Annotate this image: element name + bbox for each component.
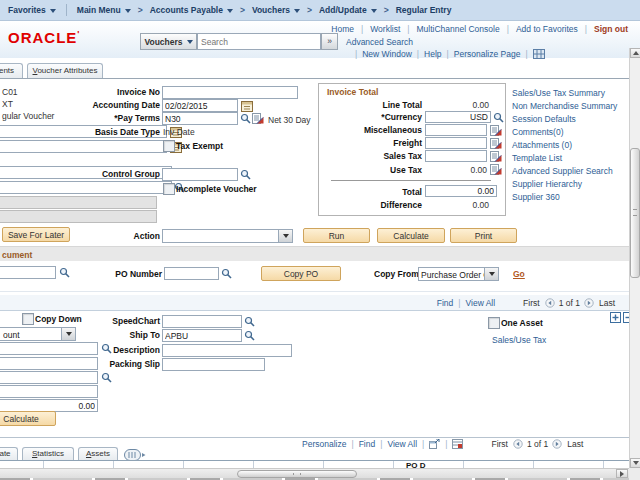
calculate-button[interactable]: Calculate — [377, 228, 445, 243]
grid-download-icon[interactable] — [452, 439, 463, 449]
vertical-scrollbar[interactable] — [629, 48, 640, 468]
lines-first-label[interactable]: First — [523, 298, 540, 308]
one-asset-checkbox[interactable] — [488, 317, 500, 329]
pay-terms-input[interactable] — [162, 112, 238, 125]
vertical-scrollbar-thumb[interactable] — [630, 148, 640, 278]
speedchart-input[interactable] — [162, 315, 242, 328]
pay-terms-detail-icon[interactable] — [252, 113, 264, 124]
lines-find-link[interactable]: Find — [437, 298, 454, 308]
copy-from-dropdown[interactable]: Purchase Order Or — [418, 267, 499, 281]
non-merchandise-summary-link[interactable]: Non Merchandise Summary — [512, 101, 617, 111]
search-scope-dropdown[interactable]: Vouchers — [140, 33, 197, 50]
grid-zoom-icon[interactable] — [429, 439, 440, 449]
search-input[interactable] — [197, 33, 321, 50]
add-row-button[interactable] — [610, 312, 621, 323]
supplier-360-link[interactable]: Supplier 360 — [512, 192, 560, 202]
supplier-hierarchy-link[interactable]: Supplier Hierarchy — [512, 179, 582, 189]
breadcrumb-add-update[interactable]: Add/Update — [319, 5, 377, 15]
breadcrumb-regular-entry[interactable]: Regular Entry — [396, 5, 452, 15]
grid-find-link[interactable]: Find — [359, 439, 376, 449]
grid-tab-assets[interactable]: Assets — [78, 447, 118, 460]
attachments-link[interactable]: Attachments (0) — [512, 140, 572, 150]
incomplete-voucher-checkbox[interactable] — [163, 183, 175, 195]
dropdown-arrow-icon[interactable] — [61, 328, 75, 340]
total-input[interactable] — [425, 185, 497, 197]
breadcrumb-main-menu[interactable]: Main Menu — [77, 5, 131, 15]
multichannel-console-link[interactable]: MultiChannel Console — [417, 24, 500, 34]
dropdown-arrow-icon[interactable] — [484, 268, 498, 280]
ship-to-input[interactable] — [162, 329, 242, 342]
horizontal-scrollbar-thumb[interactable] — [237, 470, 357, 478]
accounting-date-input[interactable] — [162, 99, 238, 112]
breadcrumb-vouchers[interactable]: Vouchers — [252, 5, 300, 15]
copy-down-checkbox[interactable] — [22, 313, 34, 325]
invoice-no-input[interactable] — [162, 86, 298, 99]
freight-detail-icon[interactable] — [490, 138, 502, 149]
personalize-page-link[interactable]: Personalize Page — [454, 49, 521, 59]
personalize-layout-icon[interactable] — [533, 49, 545, 59]
freight-input[interactable] — [425, 137, 487, 149]
grid-tab-statistics[interactable]: Statistics — [22, 447, 74, 460]
lookup-icon[interactable] — [101, 372, 112, 383]
grid-personalize-link[interactable]: Personalize — [302, 439, 346, 449]
lookup-icon[interactable] — [493, 112, 504, 123]
line-calculate-button[interactable]: Calculate — [0, 411, 56, 426]
horizontal-scrollbar[interactable] — [0, 468, 629, 478]
grid-view-all-link[interactable]: View All — [387, 439, 417, 449]
lookup-icon[interactable] — [244, 330, 255, 341]
advanced-supplier-search-link[interactable]: Advanced Supplier Search — [512, 166, 613, 176]
help-link[interactable]: Help — [424, 49, 441, 59]
miscellaneous-input[interactable] — [425, 124, 487, 136]
next-row-icon[interactable] — [584, 298, 594, 308]
comments-link[interactable]: Comments(0) — [512, 127, 563, 137]
search-go-button[interactable]: » — [321, 33, 338, 50]
action-dropdown[interactable] — [162, 229, 293, 243]
print-button[interactable]: Print — [450, 228, 517, 243]
scroll-up-button[interactable] — [630, 48, 640, 58]
lookup-icon[interactable] — [221, 268, 232, 279]
tax-exempt-checkbox[interactable] — [163, 140, 175, 152]
session-defaults-link[interactable]: Session Defaults — [512, 114, 576, 124]
new-window-link[interactable]: New Window — [362, 49, 412, 59]
template-list-link[interactable]: Template List — [512, 153, 562, 163]
description-input[interactable] — [162, 344, 292, 357]
scroll-down-button[interactable] — [630, 458, 640, 468]
grid-tab-rate-cut[interactable]: ate — [0, 447, 18, 460]
lookup-icon[interactable] — [240, 169, 251, 180]
add-to-favorites-link[interactable]: Add to Favorites — [516, 24, 578, 34]
calendar-icon[interactable] — [241, 100, 253, 112]
scroll-right-button[interactable] — [616, 469, 628, 478]
misc-charge-detail-icon[interactable] — [490, 125, 502, 136]
sales-tax-detail-icon[interactable] — [490, 151, 502, 162]
line-price-field[interactable] — [0, 385, 98, 398]
sign-out-link[interactable]: Sign out — [594, 24, 628, 34]
go-link[interactable]: Go — [513, 269, 525, 279]
grid-first-label[interactable]: First — [491, 439, 508, 449]
lines-view-all-link[interactable]: View All — [466, 298, 496, 308]
sales-tax-input[interactable] — [425, 150, 487, 162]
supplier-location-field[interactable] — [0, 181, 172, 194]
packing-slip-input[interactable] — [162, 358, 265, 371]
line-sales-use-tax-link[interactable]: Sales/Use Tax — [492, 335, 546, 345]
breadcrumb-accounts-payable[interactable]: Accounts Payable — [150, 5, 233, 15]
line-uom-field[interactable] — [0, 371, 98, 384]
lines-last-label[interactable]: Last — [599, 298, 615, 308]
tab-voucher-attributes[interactable]: Voucher Attributes — [27, 63, 103, 78]
distribute-by-dropdown[interactable]: ount — [0, 327, 76, 341]
currency-input[interactable] — [425, 111, 491, 123]
tab-payments-cut[interactable]: ents — [0, 63, 23, 78]
copy-po-button[interactable]: Copy PO — [261, 266, 341, 281]
use-tax-detail-icon[interactable] — [490, 164, 502, 175]
control-group-input[interactable] — [162, 168, 238, 181]
sales-use-tax-summary-link[interactable]: Sales/Use Tax Summary — [512, 88, 605, 98]
lookup-icon[interactable] — [244, 316, 255, 327]
run-button[interactable]: Run — [303, 228, 370, 243]
previous-row-icon[interactable] — [545, 298, 555, 308]
lookup-icon[interactable] — [240, 113, 251, 124]
source-bu-field[interactable] — [0, 266, 56, 279]
grid-next-icon[interactable] — [552, 439, 562, 449]
po-number-input[interactable] — [164, 267, 219, 280]
lookup-icon[interactable] — [59, 267, 70, 278]
worklist-link[interactable]: Worklist — [370, 24, 400, 34]
dropdown-arrow-icon[interactable] — [278, 230, 292, 242]
